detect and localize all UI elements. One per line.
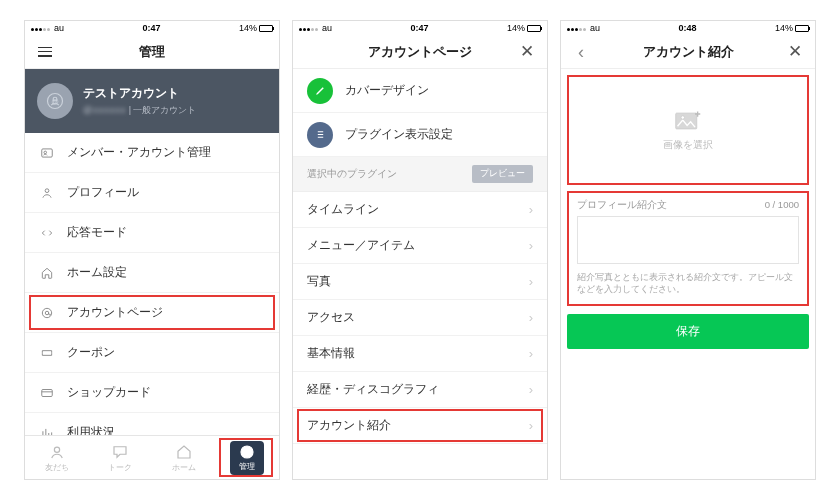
page-title: アカウント紹介	[561, 43, 815, 61]
intro-textarea[interactable]	[577, 216, 799, 264]
page-title: 管理	[25, 43, 279, 61]
account-sub: @xxxxxx | 一般アカウント	[83, 104, 196, 117]
account-header[interactable]: @ テストアカウント @xxxxxx | 一般アカウント	[25, 69, 279, 133]
row-label: メンバー・アカウント管理	[67, 145, 211, 160]
row-account-page[interactable]: アカウントページ	[25, 293, 279, 333]
row-label: タイムライン	[307, 202, 379, 217]
row-label: 応答モード	[67, 225, 127, 240]
svg-rect-6	[42, 389, 53, 396]
row-photo[interactable]: 写真›	[293, 264, 547, 300]
row-account-intro[interactable]: アカウント紹介›	[293, 408, 547, 444]
row-access[interactable]: アクセス›	[293, 300, 547, 336]
svg-point-5	[45, 311, 49, 315]
row-basic-info[interactable]: 基本情報›	[293, 336, 547, 372]
tab-home[interactable]: ホーム	[152, 436, 216, 479]
row-usage[interactable]: 利用状況	[25, 413, 279, 435]
row-members[interactable]: メンバー・アカウント管理	[25, 133, 279, 173]
tab-talk[interactable]: トーク	[89, 436, 153, 479]
intro-form: 画像を選択 プロフィール紹介文 0 / 1000 紹介写真とともに表示される紹介…	[561, 69, 815, 479]
back-button[interactable]: ‹	[569, 40, 593, 64]
tab-label: トーク	[108, 463, 132, 473]
section-header: 選択中のプラグイン プレビュー	[293, 157, 547, 192]
battery-icon	[795, 25, 809, 32]
char-counter: 0 / 1000	[765, 199, 799, 212]
row-label: クーポン	[67, 345, 115, 360]
row-shopcard[interactable]: ショップカード	[25, 373, 279, 413]
hamburger-menu-button[interactable]	[33, 40, 57, 64]
svg-point-7	[54, 447, 59, 452]
close-button[interactable]: ✕	[515, 40, 539, 64]
chevrons-icon	[39, 225, 55, 241]
tab-bar: 友だち トーク ホーム @管理	[25, 435, 279, 479]
svg-point-2	[44, 151, 47, 154]
section-label: 選択中のプラグイン	[307, 167, 397, 181]
chevron-right-icon: ›	[529, 238, 533, 253]
row-cover-design[interactable]: カバーデザイン	[293, 69, 547, 113]
row-timeline[interactable]: タイムライン›	[293, 192, 547, 228]
save-button[interactable]: 保存	[567, 314, 809, 349]
intro-text-label: プロフィール紹介文	[577, 199, 667, 212]
screen-account-intro: au 0:48 14% ‹ アカウント紹介 ✕ 画像を選択 プロフィール紹介文 …	[560, 20, 816, 480]
clock: 0:47	[64, 23, 239, 33]
clock: 0:47	[332, 23, 507, 33]
row-home[interactable]: ホーム設定	[25, 253, 279, 293]
chevron-right-icon: ›	[529, 202, 533, 217]
list-icon	[307, 122, 333, 148]
card-icon	[39, 385, 55, 401]
row-coupon[interactable]: クーポン	[25, 333, 279, 373]
row-label: 経歴・ディスコグラフィ	[307, 382, 439, 397]
row-label: アカウントページ	[67, 305, 163, 320]
tab-label: 友だち	[45, 463, 69, 473]
row-label: カバーデザイン	[345, 83, 429, 98]
row-response[interactable]: 応答モード	[25, 213, 279, 253]
intro-text-box: プロフィール紹介文 0 / 1000 紹介写真とともに表示される紹介文です。アピ…	[567, 191, 809, 306]
row-label: 利用状況	[67, 425, 115, 435]
ticket-icon	[39, 345, 55, 361]
tab-friends[interactable]: 友だち	[25, 436, 89, 479]
battery-icon	[259, 25, 273, 32]
user-card-icon	[39, 145, 55, 161]
screen-account-page: au 0:47 14% アカウントページ ✕ カバーデザイン プラグイン表示設定…	[292, 20, 548, 480]
nav-bar: アカウントページ ✕	[293, 35, 547, 69]
row-label: プロフィール	[67, 185, 139, 200]
row-plugin-settings[interactable]: プラグイン表示設定	[293, 113, 547, 157]
row-menu-item[interactable]: メニュー／アイテム›	[293, 228, 547, 264]
status-bar: au 0:48 14%	[561, 21, 815, 35]
home-icon	[39, 265, 55, 281]
image-select-box[interactable]: 画像を選択	[567, 75, 809, 185]
row-label: ホーム設定	[67, 265, 127, 280]
row-profile[interactable]: プロフィール	[25, 173, 279, 213]
settings-list: メンバー・アカウント管理 プロフィール 応答モード ホーム設定 アカウントページ…	[25, 133, 279, 435]
screen-manage: au 0:47 14% 管理 @ テストアカウント @xxxxxx | 一般アカ…	[24, 20, 280, 480]
status-bar: au 0:47 14%	[293, 21, 547, 35]
options-list: カバーデザイン プラグイン表示設定 選択中のプラグイン プレビュー タイムライン…	[293, 69, 547, 479]
tab-label: ホーム	[172, 463, 196, 473]
svg-text:@: @	[244, 448, 252, 457]
row-label: メニュー／アイテム	[307, 238, 415, 253]
row-label: ショップカード	[67, 385, 151, 400]
nav-bar: 管理	[25, 35, 279, 69]
svg-point-11	[681, 115, 685, 119]
chevron-right-icon: ›	[529, 382, 533, 397]
close-icon: ✕	[788, 43, 802, 60]
page-title: アカウントページ	[293, 43, 547, 61]
row-label: プラグイン表示設定	[345, 127, 453, 142]
tab-label: 管理	[239, 462, 255, 472]
chevron-left-icon: ‹	[578, 43, 584, 61]
intro-hint: 紹介写真とともに表示される紹介文です。アピール文などを入力してください。	[577, 272, 799, 296]
clock: 0:48	[600, 23, 775, 33]
nav-bar: ‹ アカウント紹介 ✕	[561, 35, 815, 69]
row-history[interactable]: 経歴・ディスコグラフィ›	[293, 372, 547, 408]
tab-manage[interactable]: @管理	[216, 436, 280, 479]
profile-icon	[39, 185, 55, 201]
battery-pct: 14%	[239, 23, 257, 33]
image-select-label: 画像を選択	[663, 139, 713, 152]
chevron-right-icon: ›	[529, 310, 533, 325]
pencil-icon	[307, 78, 333, 104]
close-icon: ✕	[520, 43, 534, 60]
account-avatar: @	[37, 83, 73, 119]
svg-rect-1	[42, 148, 53, 156]
preview-button[interactable]: プレビュー	[472, 165, 533, 183]
row-label: 写真	[307, 274, 331, 289]
close-button[interactable]: ✕	[783, 40, 807, 64]
